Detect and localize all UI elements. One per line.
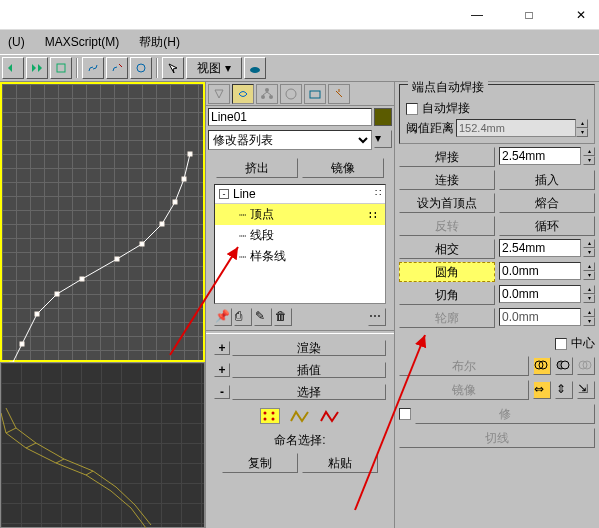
toolbar-btn-3[interactable] [50,57,72,79]
cut-button[interactable]: 切线 [399,428,595,448]
vertex-level-icon[interactable] [260,408,280,424]
toolbar-separator-2 [156,58,158,78]
rollup-toggle[interactable]: - [214,385,230,399]
bool-union-icon[interactable] [533,357,551,375]
object-name-input[interactable] [208,108,372,126]
stack-tools-row: 📌 ⎙ ✎ 🗑 ⋯ [206,306,394,328]
toolbar-unlink-icon[interactable] [106,57,128,79]
collapse-icon[interactable]: - [219,189,229,199]
object-color-swatch[interactable] [374,108,392,126]
stack-item-spline[interactable]: ┈ 样条线 [215,246,385,267]
fillet-val-input[interactable] [499,262,581,280]
weld-button[interactable]: 焊接 [399,147,495,167]
spline-level-icon[interactable] [320,409,340,423]
display-tab-icon[interactable] [304,84,326,104]
vertex-subobj-icon: ┈ [239,208,246,222]
spin-up-icon[interactable]: ▴ [583,308,595,317]
trim-button[interactable]: 修 [415,404,595,424]
spin-down-icon[interactable]: ▾ [583,271,595,280]
mirror-button-2[interactable]: 镜像 [399,380,529,400]
show-result-icon[interactable]: ⎙ [234,308,252,326]
cycle-button[interactable]: 循环 [499,216,595,236]
extrude-button[interactable]: 挤出 [216,158,298,178]
viewport-top[interactable] [0,82,205,362]
mirror-button[interactable]: 镜像 [302,158,384,178]
spin-down-icon[interactable]: ▾ [583,156,595,165]
fillet-button[interactable]: 圆角 [399,262,495,282]
spin-down-icon[interactable]: ▾ [583,248,595,257]
spin-down-icon[interactable]: ▾ [583,294,595,303]
spin-down-icon[interactable]: ▾ [583,317,595,326]
remove-mod-icon[interactable]: 🗑 [274,308,292,326]
command-panel: 修改器列表 ▾ 挤出 镜像 - Line ∷ ┈ 顶点 ∷ ┈ 线段 ┈ [205,82,395,528]
spin-up-icon[interactable]: ▴ [583,147,595,156]
rollup-interp-title[interactable]: 插值 [232,362,386,378]
configure-stack-icon[interactable]: ⋯ [368,308,386,326]
maximize-button[interactable]: □ [515,3,543,27]
spin-up-icon[interactable]: ▴ [583,239,595,248]
spin-up-icon[interactable]: ▴ [583,262,595,271]
make-unique-icon[interactable]: ✎ [254,308,272,326]
chamfer-val-input[interactable] [499,285,581,303]
chamfer-button[interactable]: 切角 [399,285,495,305]
center-checkbox[interactable] [555,338,567,350]
toolbar-bind-icon[interactable] [130,57,152,79]
utilities-tab-icon[interactable] [328,84,350,104]
stack-root[interactable]: - Line ∷ [215,185,385,204]
modifier-config-button[interactable]: ▾ [374,130,392,148]
toolbar-select-icon[interactable] [162,57,184,79]
stack-item-vertex[interactable]: ┈ 顶点 ∷ [215,204,385,225]
viewport-bottom[interactable] [0,362,205,528]
rollup-select-title[interactable]: 选择 [232,384,386,400]
svg-line-25 [267,92,271,95]
bool-subtract-icon[interactable] [555,357,573,375]
menu-u[interactable]: (U) [4,33,29,51]
close-button[interactable]: ✕ [567,3,595,27]
modifier-stack[interactable]: - Line ∷ ┈ 顶点 ∷ ┈ 线段 ┈ 样条线 [214,184,386,304]
paste-button[interactable]: 粘贴 [302,453,378,473]
crossinsert-button[interactable]: 相交 [399,239,495,259]
connect-button[interactable]: 连接 [399,170,495,190]
spline-line [2,84,207,364]
makefirst-button[interactable]: 设为首顶点 [399,193,495,213]
modifier-list-dropdown[interactable]: 修改器列表 [208,130,372,150]
toolbar-btn-1[interactable] [2,57,24,79]
outline-val-input[interactable] [499,308,581,326]
toolbar-teapot-icon[interactable] [244,57,266,79]
copy-button[interactable]: 复制 [222,453,298,473]
rollup-toggle[interactable]: + [214,363,230,377]
trim-checkbox[interactable] [399,408,411,420]
menu-help[interactable]: 帮助(H) [135,32,184,53]
fuse-button[interactable]: 熔合 [499,193,595,213]
toolbar-btn-2[interactable] [26,57,48,79]
hierarchy-tab-icon[interactable] [256,84,278,104]
autoweld-checkbox[interactable] [406,103,418,115]
motion-tab-icon[interactable] [280,84,302,104]
segment-level-icon[interactable] [290,409,310,423]
spin-up-icon[interactable]: ▴ [576,119,588,128]
spin-down-icon[interactable]: ▾ [576,128,588,137]
outline-button[interactable]: 轮廓 [399,308,495,328]
threshold-input[interactable] [456,119,576,137]
mirror-v-icon[interactable]: ⇕ [555,381,573,399]
toolbar-link-icon[interactable] [82,57,104,79]
boolean-button[interactable]: 布尔 [399,356,529,376]
pushpin-icon[interactable]: 📌 [214,308,232,326]
weld-val-input[interactable] [499,147,581,165]
rollup-toggle[interactable]: + [214,341,230,355]
reverse-button[interactable]: 反转 [399,216,495,236]
minimize-button[interactable]: — [463,3,491,27]
cross-val-input[interactable] [499,239,581,257]
mirror-h-icon[interactable]: ⇔ [533,381,551,399]
mirror-both-icon[interactable]: ⇲ [577,381,595,399]
menu-maxscript[interactable]: MAXScript(M) [41,33,124,51]
bool-intersect-icon[interactable] [577,357,595,375]
rollup-render-title[interactable]: 渲染 [232,340,386,356]
spin-up-icon[interactable]: ▴ [583,285,595,294]
create-tab-icon[interactable] [208,84,230,104]
modify-tab-icon[interactable] [232,84,254,104]
insert-button[interactable]: 插入 [499,170,595,190]
svg-rect-14 [182,177,186,181]
toolbar-viewsel[interactable]: 视图▾ [186,57,242,79]
stack-item-segment[interactable]: ┈ 线段 [215,225,385,246]
